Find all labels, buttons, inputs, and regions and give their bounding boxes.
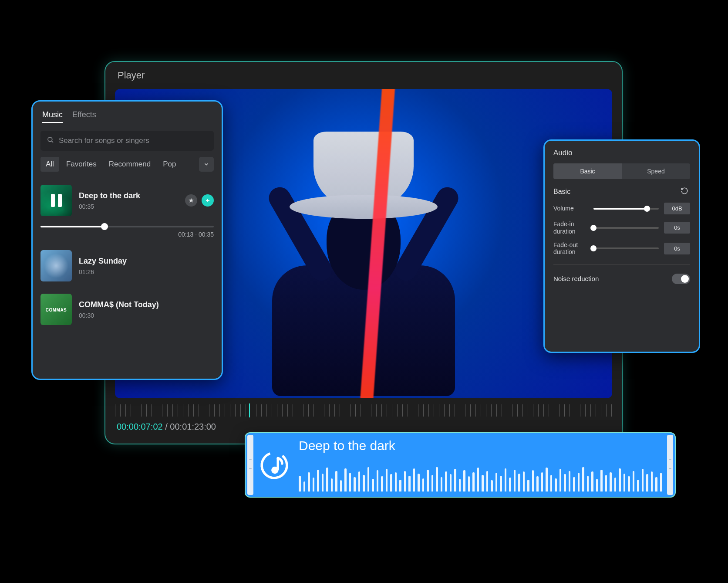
fadeout-value[interactable]: 0s [664, 243, 690, 254]
timeline-playhead[interactable] [249, 403, 250, 417]
track-duration: 00:35 [79, 203, 178, 210]
noise-reduction-label: Noise reduction [553, 274, 599, 284]
svg-point-4 [260, 451, 289, 480]
filter-pop[interactable]: Pop [158, 157, 181, 172]
audio-segment-control: Basic Speed [553, 163, 690, 179]
track-progress[interactable]: 00:13 · 00:35 [40, 223, 214, 238]
progress-handle[interactable] [101, 223, 108, 230]
track-progress-time: 00:13 · 00:35 [40, 231, 214, 238]
clip-title: Deep to the dark [299, 438, 395, 453]
volume-row: Volume 0dB [553, 203, 690, 214]
filter-recommend[interactable]: Recommend [104, 157, 156, 172]
basic-section-header: Basic [553, 187, 690, 197]
volume-label: Volume [553, 205, 588, 212]
track-thumbnail[interactable] [40, 185, 72, 216]
timeline-ruler[interactable] [115, 404, 612, 417]
track-info: Lazy Sunday 01:26 [79, 257, 207, 275]
timeline-audio-clip[interactable]: Deep to the dark [245, 432, 676, 498]
music-panel-tabs: Music Effects [33, 102, 222, 128]
track-actions [185, 194, 214, 207]
search-icon [47, 136, 54, 146]
favorite-button[interactable] [185, 194, 197, 207]
seg-basic[interactable]: Basic [553, 163, 622, 179]
clip-waveform [299, 458, 662, 491]
pause-icon[interactable] [40, 185, 72, 216]
filter-favorites[interactable]: Favorites [61, 157, 102, 172]
track-duration: 00:30 [79, 312, 207, 319]
filter-all[interactable]: All [40, 157, 59, 172]
filter-more-button[interactable] [199, 157, 214, 172]
audio-panel-title: Audio [553, 149, 690, 157]
video-frame-artwork [250, 98, 477, 377]
search-box[interactable] [40, 131, 214, 151]
clip-body[interactable]: Deep to the dark [255, 433, 665, 497]
volume-slider[interactable] [593, 208, 659, 210]
add-track-button[interactable] [202, 194, 214, 207]
player-window-title: Player [105, 62, 622, 89]
fadein-slider[interactable] [593, 227, 659, 229]
clip-handle-left[interactable] [247, 435, 253, 495]
track-thumbnail[interactable] [40, 294, 72, 325]
fadein-row: Fade-in duration 0s [553, 220, 690, 235]
track-list: Deep to the dark 00:35 00:13 · 00:35 [33, 179, 222, 331]
volume-value[interactable]: 0dB [664, 203, 690, 214]
track-info: Deep to the dark 00:35 [79, 191, 178, 210]
slider-knob[interactable] [644, 206, 650, 212]
noise-reduction-row: Noise reduction [553, 274, 690, 284]
search-input[interactable] [59, 136, 208, 145]
fadeout-slider[interactable] [593, 247, 659, 249]
reset-button[interactable] [681, 187, 690, 197]
svg-point-0 [48, 137, 52, 142]
track-thumbnail[interactable] [40, 250, 72, 281]
filter-row: All Favorites Recommend Pop [33, 157, 222, 179]
fadeout-row: Fade-out duration 0s [553, 241, 690, 256]
seg-speed[interactable]: Speed [622, 163, 690, 179]
track-title: Deep to the dark [79, 191, 178, 200]
tab-music[interactable]: Music [42, 110, 63, 123]
track-row[interactable]: COMMA$ (Not Today) 00:30 [40, 288, 214, 331]
timecode-current: 00:00:07:02 [117, 422, 163, 431]
timecode-total: 00:01:23:00 [170, 422, 216, 431]
track-info: COMMA$ (Not Today) 00:30 [79, 300, 207, 319]
slider-knob[interactable] [590, 225, 597, 231]
tab-effects[interactable]: Effects [72, 110, 96, 123]
svg-point-5 [271, 467, 279, 474]
noise-reduction-toggle[interactable] [672, 274, 690, 284]
music-panel: Music Effects All Favorites Recommend Po… [31, 100, 223, 380]
track-row[interactable]: Deep to the dark 00:35 00:13 · 00:35 [40, 179, 214, 244]
fadein-value[interactable]: 0s [664, 222, 690, 234]
audio-panel: Audio Basic Speed Basic Volume 0dB Fade-… [543, 139, 700, 353]
fadein-label: Fade-in duration [553, 220, 588, 235]
basic-section-label: Basic [553, 188, 570, 196]
fadeout-label: Fade-out duration [553, 241, 588, 256]
music-note-icon [257, 448, 292, 483]
divider [553, 264, 690, 265]
svg-line-1 [51, 141, 53, 142]
track-row[interactable]: Lazy Sunday 01:26 [40, 244, 214, 288]
track-title: COMMA$ (Not Today) [79, 300, 207, 309]
clip-handle-right[interactable] [667, 435, 673, 495]
track-title: Lazy Sunday [79, 257, 207, 266]
track-duration: 01:26 [79, 268, 207, 275]
slider-knob[interactable] [590, 245, 597, 251]
